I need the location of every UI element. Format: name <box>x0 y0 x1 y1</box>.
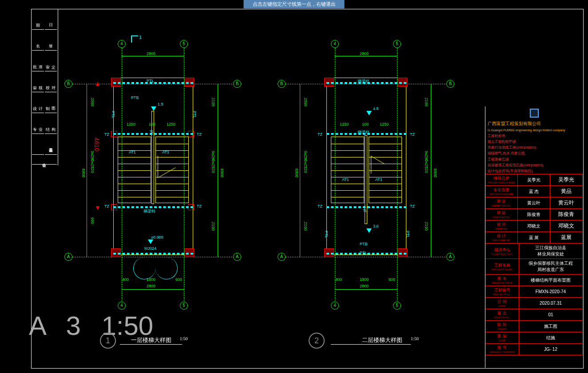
beam <box>113 206 193 208</box>
grid-bubble: 5 <box>180 40 188 48</box>
grid-bubble: A <box>233 253 241 261</box>
signature-rows: 项目总师PROJECT ENGINEER吴季光吴季光专业负责PROJECT LE… <box>485 174 583 243</box>
elev-marker <box>366 228 372 233</box>
grid-bubble: B <box>278 80 286 88</box>
plan-scale: 1:50 <box>180 336 188 341</box>
label-ptb: PTB <box>360 242 368 246</box>
plan-scale: 1:50 <box>411 336 419 341</box>
elev: 3.0 <box>373 224 379 228</box>
dim-line <box>218 84 218 257</box>
label-tz: TZ <box>318 132 322 137</box>
plan-title: 二层楼梯大样图 <box>362 336 402 344</box>
grid-bubble: B <box>233 80 241 88</box>
tb-num: 工程编号PROJECT No. FMXN-2020-74 <box>485 286 583 297</box>
label-tz: TZ <box>410 204 415 208</box>
tb-dwgno: 图 号DRAWING NUMBER JG- 12 <box>485 343 583 355</box>
dim: 2090 <box>90 98 95 106</box>
dim-bottom: 2800 <box>360 284 369 288</box>
grid-bubble: A <box>64 253 72 261</box>
grid-bubble: A <box>278 253 286 261</box>
stair-flight <box>118 137 151 203</box>
label-ptl: PTL <box>111 111 115 118</box>
qual-line: 市政行业道路工程(245100952) <box>485 145 583 150</box>
grid-bubble: 4 <box>118 40 126 48</box>
elev: ±0.000 <box>151 235 163 240</box>
label-tl: TL <box>363 208 368 213</box>
label-beam: 梯梁柱 <box>143 208 155 214</box>
extent-arrow: ▲ <box>95 80 101 87</box>
beam <box>113 253 193 255</box>
tb-ver: 版 次EDITION No. 01 <box>485 309 583 320</box>
drawing-area[interactable]: A 3 1:50 4 5 4 5 B A B A 2800 2800 400 1… <box>42 9 482 368</box>
grid-bubble: A <box>446 253 454 261</box>
grid-bubble: 5 <box>393 302 401 310</box>
company-name-cn: 广西富盟工程策划有限公司 <box>485 120 583 128</box>
label-beam: 梯梁柱 <box>358 130 369 135</box>
dim-left: 6900 <box>294 169 299 177</box>
label-tz: TZ <box>197 132 202 137</box>
stair-flight <box>331 137 364 203</box>
dim: 600 <box>175 277 182 282</box>
command-tooltip: 点击左键指定尺寸线第一点，右键退出 <box>244 0 345 8</box>
dim: 9x280=2520 <box>90 151 95 173</box>
title-underline <box>331 344 411 345</box>
dim: 100 <box>149 122 155 126</box>
dim: 1800 <box>360 277 369 282</box>
title-block: 广西富盟工程策划有限公司 G.Guangxi FUMNG engineering… <box>485 106 583 368</box>
plan-title: 一层楼梯大样图 <box>131 336 171 344</box>
dim: 9x280=2520 <box>303 151 308 173</box>
elev: 4.5 <box>373 106 379 111</box>
plan-2: 4 5 4 5 B A B A 2800 2800 400 1800 600 6… <box>282 27 469 333</box>
dim-line <box>431 84 431 257</box>
signature-row: 专业负责PROJECT LEADER蓝 杰黄品 <box>485 185 583 197</box>
dim-line <box>87 84 87 257</box>
label-at: AT1 <box>129 150 136 154</box>
dim: 1250 <box>380 122 389 126</box>
label-ptl-bot: PTL <box>360 251 367 255</box>
tb-stage: 阶 段STAGE 施工图 <box>485 320 583 332</box>
label-ptb: PTB <box>131 95 139 100</box>
tb-unit: 建设单位CONSTRUCTION 三江侗族自治县 林业局保安处 <box>485 243 583 259</box>
label-tz: TZ <box>104 132 109 137</box>
tb-project: 工程名称PROJECT NAME 侗乡侗寨移民主体工程 局村改造广东 <box>485 259 583 274</box>
detail-number: 1 <box>100 333 116 349</box>
dim: 2090 <box>303 98 308 106</box>
label-ptl: PTL <box>405 231 410 238</box>
signature-row: 审 定APPROVED BY黄云叶黄云叶 <box>485 197 583 208</box>
door-arc <box>133 257 155 279</box>
tb-drawing: 图 名DRAWING TITLE 楼梯结构平面布置图 <box>485 274 583 286</box>
tb-disc: 图 别SORT 结施 <box>485 332 583 343</box>
dim: 1250 <box>127 122 135 126</box>
dim-line <box>300 84 300 257</box>
dim: 400 <box>122 277 129 282</box>
dim-top: 2800 <box>360 51 369 56</box>
grid-line <box>286 257 445 257</box>
label-tl: TL <box>150 130 155 134</box>
wall-label: MJ024 <box>144 246 156 251</box>
dim: 2190 <box>424 98 429 106</box>
grid-bubble: 4 <box>118 302 126 310</box>
qual-line: 城镇燃气,热水,市政公路. <box>485 150 583 156</box>
door-arc <box>155 257 178 279</box>
dim: 100 <box>362 122 369 126</box>
label-at: AT1 <box>162 150 169 154</box>
signature-row: 设 计DESIGNED BY蓝 展蓝展 <box>485 232 583 243</box>
label-tz: TZ <box>410 132 415 137</box>
label-tz: TZ <box>318 204 322 208</box>
grid-bubble: 5 <box>180 302 188 310</box>
dim: 1250 <box>340 122 349 126</box>
dim: 2190 <box>211 222 215 231</box>
label-tz: TZ <box>197 204 202 208</box>
dim: 2190 <box>424 222 429 231</box>
grid-bubble: 4 <box>331 40 339 48</box>
label-ptl: PTL <box>324 231 329 238</box>
elev-marker <box>366 111 372 115</box>
dim: 400 <box>335 277 342 282</box>
signature-row: 审 核CHECKED BY陈俊青陈俊青 <box>485 208 583 220</box>
grid-bubble: B <box>446 80 454 88</box>
elev-marker <box>148 240 153 244</box>
dim: 9x280=2520 <box>211 151 215 173</box>
extent-arrow: ▼ <box>95 204 101 211</box>
dim-right: 6900 <box>433 169 437 177</box>
signature-row: 项目总师PROJECT ENGINEER吴季光吴季光 <box>485 174 583 185</box>
